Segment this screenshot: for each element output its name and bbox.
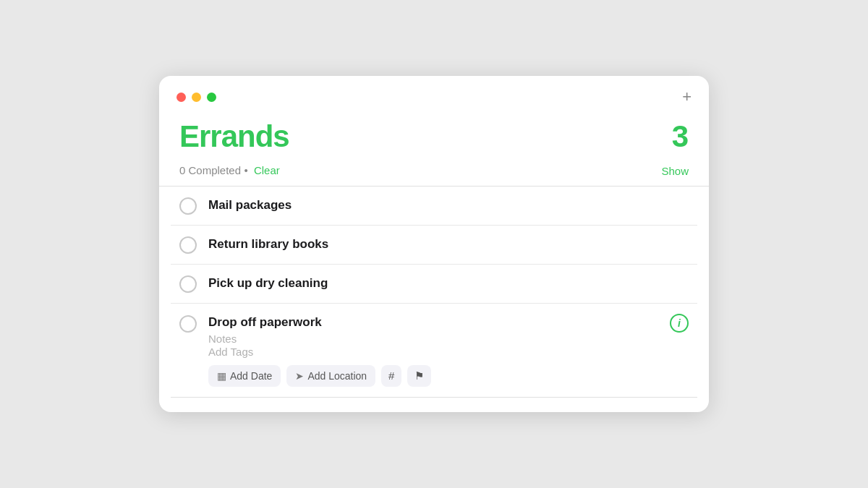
add-task-button[interactable]: + [682,89,692,105]
task-name-4: Drop off paperwork [208,315,322,329]
task-name-1: Mail packages [208,198,292,212]
task-checkbox-4[interactable] [179,315,197,333]
task-checkbox-3[interactable] [179,275,197,293]
task-name-2: Return library books [208,237,328,251]
clear-button[interactable]: Clear [254,164,280,176]
task-item-3: Pick up dry cleaning [171,265,697,304]
calendar-icon: ▦ [217,370,226,382]
task-item-1: Mail packages [171,187,697,226]
status-bar: 0 Completed • Clear Show [159,161,709,186]
show-button[interactable]: Show [661,165,689,177]
task-content-2: Return library books [208,236,689,253]
list-title: Errands [179,119,289,154]
task-item-2: Return library books [171,226,697,265]
add-tag-button[interactable]: # [381,365,401,387]
traffic-lights [176,93,216,102]
task-checkbox-2[interactable] [179,236,197,254]
task-content-4: Drop off paperwork Notes Add Tags ▦ Add … [208,314,689,387]
maximize-button[interactable] [207,93,216,102]
task-tags[interactable]: Add Tags [208,346,689,358]
info-button[interactable]: i [670,314,689,333]
completed-status: 0 Completed • Clear [179,164,280,177]
minimize-button[interactable] [192,93,201,102]
app-window: + Errands 3 0 Completed • Clear Show Mai… [159,76,709,412]
completed-count: 0 Completed [179,164,241,176]
add-location-label: Add Location [307,370,367,382]
title-bar: + [159,76,709,112]
flag-icon: ⚑ [414,369,424,382]
task-checkbox-1[interactable] [179,197,197,215]
separator: • [244,164,251,176]
task-item-4: Drop off paperwork Notes Add Tags ▦ Add … [171,304,697,397]
task-name-3: Pick up dry cleaning [208,276,328,290]
add-date-button[interactable]: ▦ Add Date [208,365,281,387]
task-list: Mail packages Return library books Pick … [159,187,709,397]
list-header: Errands 3 [159,112,709,161]
bottom-padding [159,398,709,412]
close-button[interactable] [176,93,186,102]
add-date-label: Add Date [230,370,272,382]
task-content-3: Pick up dry cleaning [208,275,689,292]
add-location-button[interactable]: ➤ Add Location [286,365,375,387]
add-flag-button[interactable]: ⚑ [407,365,431,387]
task-actions: ▦ Add Date ➤ Add Location # ⚑ [208,365,689,387]
hash-icon: # [388,369,394,382]
location-icon: ➤ [295,370,304,382]
task-notes[interactable]: Notes [208,333,689,345]
task-count: 3 [672,119,689,154]
task-content-1: Mail packages [208,197,689,214]
